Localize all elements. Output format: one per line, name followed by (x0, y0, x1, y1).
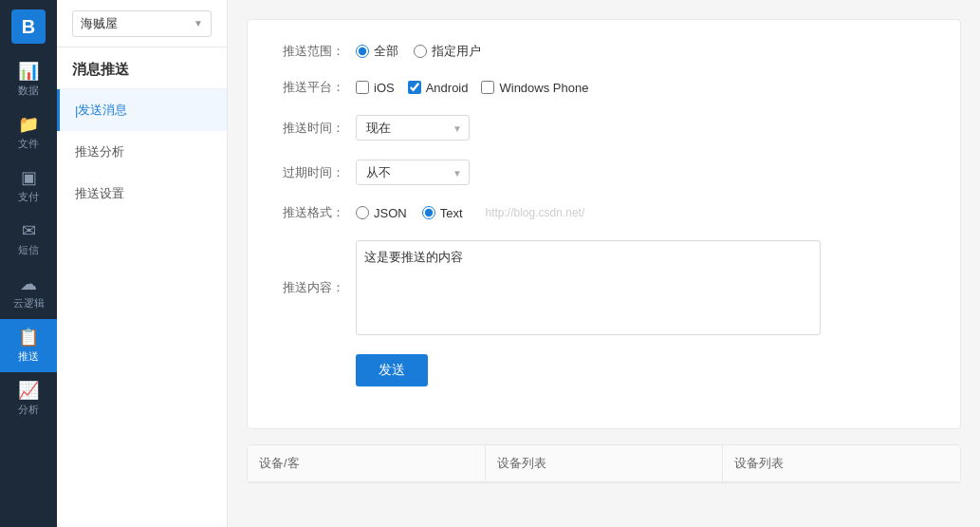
push-content-row: 推送内容： 这是要推送的内容 (270, 240, 937, 335)
send-button[interactable]: 发送 (356, 354, 428, 386)
push-range-label: 推送范围： (270, 43, 356, 60)
menu-item-send[interactable]: | 发送消息 (57, 89, 227, 131)
push-form-card: 推送范围： 全部 指定用户 推送平台： (247, 19, 961, 429)
section-title: 消息推送 (57, 47, 227, 89)
push-icon: 📋 (18, 329, 39, 346)
checkbox-wp[interactable]: Windows Phone (481, 81, 588, 95)
menu-label-settings: 推送设置 (75, 185, 124, 202)
app-selector[interactable]: 海贼屋 ▼ (72, 10, 212, 37)
send-button-container: 发送 (356, 354, 428, 386)
radio-specific-label: 指定用户 (432, 43, 481, 60)
push-time-controls: 现在 定时 ▼ (356, 115, 470, 141)
checkbox-android-input[interactable] (408, 81, 421, 94)
sidebar-label-sms: 短信 (18, 243, 39, 257)
table-col-2: 设备列表 (486, 445, 724, 481)
push-time-select-wrapper: 现在 定时 ▼ (356, 115, 470, 141)
radio-text-input[interactable] (422, 206, 435, 219)
sidebar-item-pay[interactable]: ▣ 支付 (0, 160, 57, 213)
app-selector-container: 海贼屋 ▼ (57, 0, 227, 47)
data-icon: 📊 (18, 63, 39, 80)
checkbox-ios-input[interactable] (356, 81, 369, 94)
sidebar-item-data[interactable]: 📊 数据 (0, 53, 57, 106)
push-platform-row: 推送平台： iOS Android Windows Phone (270, 79, 937, 96)
sidebar-item-sms[interactable]: ✉ 短信 (0, 213, 57, 266)
sidebar-logo: B (11, 9, 46, 44)
push-content-label: 推送内容： (270, 279, 356, 296)
checkbox-android-label: Android (426, 81, 469, 95)
push-content-controls: 这是要推送的内容 (356, 240, 821, 335)
sidebar-item-cloud[interactable]: ☁ 云逻辑 (0, 266, 57, 319)
radio-json[interactable]: JSON (356, 206, 407, 220)
table-col-3: 设备列表 (723, 445, 960, 481)
radio-specific[interactable]: 指定用户 (414, 43, 481, 60)
push-range-row: 推送范围： 全部 指定用户 (270, 43, 937, 60)
menu-label-analysis: 推送分析 (75, 143, 124, 160)
expire-time-label: 过期时间： (270, 164, 356, 181)
push-range-controls: 全部 指定用户 (356, 43, 481, 60)
sidebar-label-file: 文件 (18, 137, 39, 151)
menu-label-send: 发送消息 (78, 102, 127, 119)
radio-specific-input[interactable] (414, 45, 427, 58)
table-col-1: 设备/客 (248, 445, 486, 481)
sidebar-label-data: 数据 (18, 84, 39, 98)
menu-item-settings[interactable]: 推送设置 (57, 173, 227, 215)
radio-all-input[interactable] (356, 45, 369, 58)
sidebar-item-push[interactable]: 📋 推送 (0, 319, 57, 372)
chevron-down-icon: ▼ (194, 18, 203, 28)
expire-time-controls: 从不 1天 7天 30天 ▼ (356, 160, 470, 185)
main-area: 海贼屋 ▼ 消息推送 | 发送消息 推送分析 推送设置 推送范围： 全部 (57, 0, 980, 527)
send-button-row: 发送 (270, 354, 937, 386)
app-name: 海贼屋 (81, 15, 118, 32)
radio-text[interactable]: Text (422, 206, 463, 220)
checkbox-android[interactable]: Android (408, 81, 469, 95)
push-time-select[interactable]: 现在 定时 (356, 115, 470, 141)
expire-time-select-wrapper: 从不 1天 7天 30天 ▼ (356, 160, 470, 185)
file-icon: 📁 (18, 116, 39, 133)
checkbox-ios-label: iOS (374, 81, 395, 95)
secondary-sidebar: 海贼屋 ▼ 消息推送 | 发送消息 推送分析 推送设置 (57, 0, 228, 527)
push-time-row: 推送时间： 现在 定时 ▼ (270, 115, 937, 141)
checkbox-wp-input[interactable] (481, 81, 494, 94)
radio-json-label: JSON (374, 206, 407, 220)
radio-all[interactable]: 全部 (356, 43, 398, 60)
radio-json-input[interactable] (356, 206, 369, 219)
sidebar-label-cloud: 云逻辑 (13, 296, 45, 311)
push-platform-controls: iOS Android Windows Phone (356, 81, 588, 95)
analysis-icon: 📈 (18, 382, 39, 399)
expire-time-select[interactable]: 从不 1天 7天 30天 (356, 160, 470, 185)
sidebar-item-file[interactable]: 📁 文件 (0, 106, 57, 160)
radio-text-label: Text (440, 206, 463, 220)
checkbox-ios[interactable]: iOS (356, 81, 395, 95)
sidebar-label-analysis: 分析 (18, 403, 39, 417)
sidebar-item-analysis[interactable]: 📈 分析 (0, 372, 57, 425)
watermark-text: http://blog.csdn.net/ (486, 206, 585, 219)
table-header: 设备/客 设备列表 设备列表 (248, 445, 960, 482)
checkbox-wp-label: Windows Phone (499, 81, 588, 95)
expire-time-row: 过期时间： 从不 1天 7天 30天 ▼ (270, 160, 937, 185)
radio-all-label: 全部 (374, 43, 398, 60)
push-format-controls: JSON Text http://blog.csdn.net/ (356, 206, 584, 220)
sidebar: B 📊 数据 📁 文件 ▣ 支付 ✉ 短信 ☁ 云逻辑 📋 推送 📈 分析 (0, 0, 57, 527)
push-content-textarea[interactable]: 这是要推送的内容 (356, 240, 821, 335)
cloud-icon: ☁ (20, 275, 37, 292)
push-format-row: 推送格式： JSON Text http://blog.csdn.net/ (270, 204, 937, 221)
push-platform-label: 推送平台： (270, 79, 356, 96)
push-time-label: 推送时间： (270, 120, 356, 137)
menu-item-analysis[interactable]: 推送分析 (57, 131, 227, 173)
push-format-label: 推送格式： (270, 204, 356, 221)
table-card: 设备/客 设备列表 设备列表 (247, 444, 961, 483)
sidebar-label-push: 推送 (18, 349, 39, 364)
pay-icon: ▣ (21, 169, 37, 186)
sms-icon: ✉ (22, 222, 36, 239)
content-area: 推送范围： 全部 指定用户 推送平台： (228, 0, 980, 527)
sidebar-label-pay: 支付 (18, 190, 39, 204)
